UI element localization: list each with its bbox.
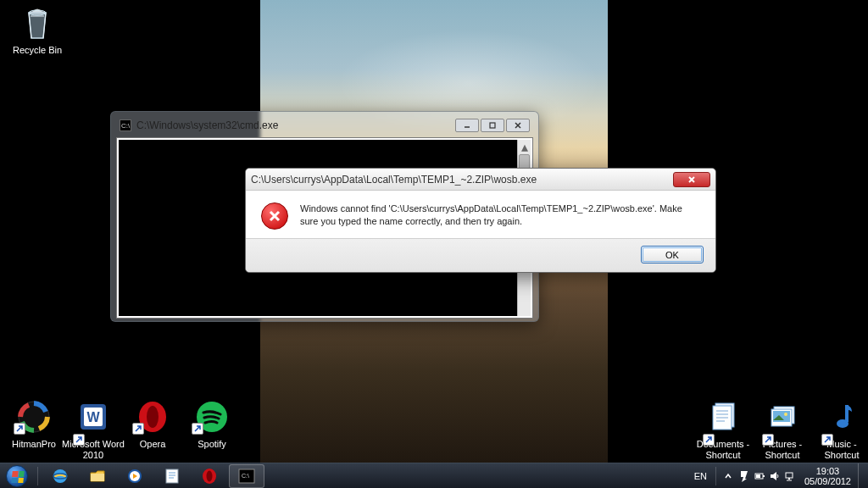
ok-button[interactable]: OK xyxy=(641,246,704,263)
tray-action-center-icon[interactable] xyxy=(737,470,752,482)
svg-text:W: W xyxy=(86,410,100,424)
shortcut-overlay-icon xyxy=(762,434,774,446)
ie-icon xyxy=(51,468,70,485)
cmd-titlebar[interactable]: C:\ C:\Windows\system32\cmd.exe xyxy=(116,117,533,134)
desktop-icon-label: Recycle Bin xyxy=(5,45,70,56)
desktop-icon-pictures[interactable]: Pictures - Shortcut xyxy=(750,396,815,461)
taskbar-app-cmd[interactable]: C:\ xyxy=(229,464,264,488)
scroll-up-icon[interactable]: ▴ xyxy=(518,140,531,153)
cmd-title: C:\Windows\system32\cmd.exe xyxy=(136,119,278,131)
dialog-titlebar[interactable]: C:\Users\currys\AppData\Local\Temp\TEMP1… xyxy=(246,169,715,191)
svg-rect-20 xyxy=(490,123,495,128)
tray-volume-icon[interactable] xyxy=(767,470,782,482)
taskbar-pin-notepad[interactable] xyxy=(154,464,190,488)
shortcut-overlay-icon xyxy=(73,434,85,446)
svg-rect-38 xyxy=(788,478,790,480)
dialog-footer: OK xyxy=(246,238,715,272)
desktop-icon-opera[interactable]: Opera xyxy=(120,396,185,450)
taskbar-pin-ie[interactable] xyxy=(42,464,78,488)
recycle-bin-icon xyxy=(17,3,58,43)
svg-rect-26 xyxy=(166,469,178,483)
desktop-icon-spotify[interactable]: Spotify xyxy=(180,396,244,450)
taskbar-pin-explorer[interactable] xyxy=(80,464,115,488)
svg-rect-36 xyxy=(756,474,760,478)
clock-time: 19:03 xyxy=(804,466,851,476)
svg-rect-37 xyxy=(786,473,793,478)
tray-separator xyxy=(715,467,716,485)
tray-overflow-button[interactable] xyxy=(720,471,737,481)
desktop-icon-label: Spotify xyxy=(180,439,244,450)
minimize-button[interactable] xyxy=(455,119,479,132)
shortcut-overlay-icon xyxy=(14,423,25,435)
dialog-body: Windows cannot find 'C:\Users\currys\App… xyxy=(246,191,715,238)
clock-date: 05/09/2012 xyxy=(804,476,851,486)
svg-point-6 xyxy=(147,406,159,428)
word-icon: W xyxy=(73,396,114,437)
close-button[interactable] xyxy=(506,119,530,132)
svg-point-18 xyxy=(837,419,849,428)
opera-icon xyxy=(200,468,219,485)
desktop-icon-label: Microsoft Word 2010 xyxy=(61,439,125,461)
svg-rect-23 xyxy=(91,474,104,481)
svg-point-17 xyxy=(784,413,787,416)
documents-shortcut-icon xyxy=(703,396,743,437)
taskbar-pin-mediaplayer[interactable] xyxy=(117,464,153,488)
shortcut-overlay-icon xyxy=(192,423,203,435)
start-button[interactable] xyxy=(0,463,34,489)
svg-point-0 xyxy=(29,10,46,15)
mediaplayer-icon xyxy=(125,468,144,485)
desktop-icon-label: Opera xyxy=(120,439,185,450)
desktop-icon-recycle-bin[interactable]: Recycle Bin xyxy=(5,3,70,56)
dialog-close-button[interactable] xyxy=(673,172,710,187)
svg-rect-16 xyxy=(773,411,790,422)
show-desktop-button[interactable] xyxy=(858,463,866,489)
shortcut-overlay-icon xyxy=(132,423,144,435)
system-tray: EN 19:03 05/09/2012 xyxy=(689,463,868,489)
cmd-icon: C:\ xyxy=(120,119,131,131)
pictures-shortcut-icon xyxy=(762,396,803,437)
maximize-button[interactable] xyxy=(481,119,504,132)
desktop-icon-label: Pictures - Shortcut xyxy=(750,439,815,461)
explorer-icon xyxy=(88,468,107,485)
taskbar-separator xyxy=(37,467,38,485)
desktop-icon-hitmanpro[interactable]: HitmanPro xyxy=(2,396,66,450)
svg-point-31 xyxy=(207,470,213,481)
shortcut-overlay-icon xyxy=(703,434,715,446)
error-dialog: C:\Users\currys\AppData\Local\Temp\TEMP1… xyxy=(245,168,716,273)
desktop-icon-label: HitmanPro xyxy=(2,439,66,450)
svg-text:C:\: C:\ xyxy=(242,473,249,479)
dialog-message: Windows cannot find 'C:\Users\currys\App… xyxy=(300,202,700,230)
desktop-icon-label: Music - Shortcut xyxy=(810,439,868,461)
taskbar-pin-opera[interactable] xyxy=(192,464,227,488)
taskbar: C:\ EN 19:03 05/09/2012 xyxy=(0,463,868,488)
music-shortcut-icon xyxy=(821,396,862,437)
tray-network-icon[interactable] xyxy=(782,470,798,482)
taskbar-clock[interactable]: 19:03 05/09/2012 xyxy=(798,466,858,486)
chevron-up-icon xyxy=(725,473,732,480)
desktop-icon-word[interactable]: W Microsoft Word 2010 xyxy=(61,396,125,461)
error-icon xyxy=(261,202,288,230)
tray-power-icon[interactable] xyxy=(752,470,767,482)
cmd-icon: C:\ xyxy=(237,468,256,485)
desktop-icon-music[interactable]: Music - Shortcut xyxy=(810,396,868,461)
dialog-title: C:\Users\currys\AppData\Local\Temp\TEMP1… xyxy=(251,174,537,186)
svg-rect-35 xyxy=(763,475,765,477)
language-indicator[interactable]: EN xyxy=(689,471,712,481)
shortcut-overlay-icon xyxy=(821,434,833,446)
windows-orb-icon xyxy=(6,465,28,487)
desktop-icon-label: Documents - Shortcut xyxy=(691,439,755,461)
desktop-icon-documents[interactable]: Documents - Shortcut xyxy=(691,396,755,461)
notepad-icon xyxy=(163,468,181,485)
